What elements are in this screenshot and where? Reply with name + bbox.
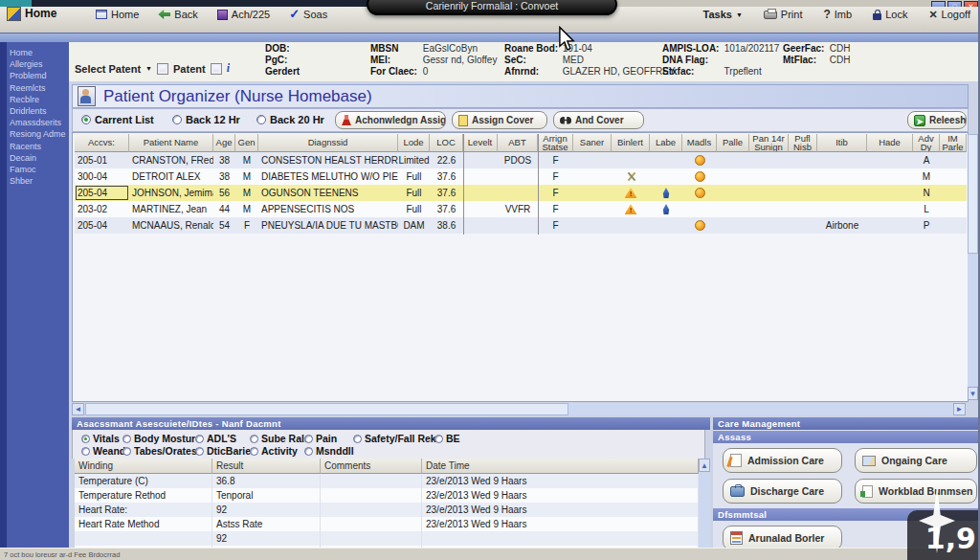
sidebar-item-recblre[interactable]: Recblre (0, 94, 69, 105)
vitals-column-result[interactable]: Result (212, 459, 321, 474)
vitals-row[interactable]: Heart Rate MethodAstss Rate23/e/2013 Wed… (75, 517, 699, 531)
toolbar-print-button[interactable]: Print (764, 9, 803, 20)
sidebar-item-reemlcts[interactable]: Reemlcts (0, 82, 69, 94)
column-header-pan-14r-sunign[interactable]: Pan 14r Sunign (749, 134, 789, 152)
sidebar-item-home[interactable]: Home (0, 47, 69, 58)
table-row[interactable]: 300-04DETROIT ALEX38MDIABETES MELUTHO W/… (75, 168, 967, 185)
vitals-column-comments[interactable]: Comments (321, 459, 422, 474)
grid-hscroll-thumb[interactable] (85, 403, 568, 415)
column-header-age[interactable]: Age (213, 134, 235, 152)
toolbar-imb-button[interactable]: ?Imb (823, 8, 852, 21)
column-header-levelt[interactable]: Levelt (463, 134, 498, 152)
discharge-care-button[interactable]: Discharge Care (723, 479, 842, 504)
toolbar-home-button[interactable]: Home (96, 9, 139, 20)
column-header-arrign-statse[interactable]: Arrign Statse (538, 134, 573, 152)
column-header-adv-dy[interactable]: Adv Dy (913, 134, 940, 152)
workblad-bunmsen-button[interactable]: Workblad Bunmsen (855, 479, 977, 504)
assign-cover-button[interactable]: Assign Cover (452, 111, 547, 129)
assessment-radio-pain[interactable]: Pain (304, 433, 337, 444)
radio-icon[interactable] (81, 115, 91, 124)
column-header-accvs[interactable]: Accvs: (75, 134, 129, 152)
scroll-up-arrow-icon[interactable]: ▲ (699, 459, 710, 472)
sidebar-item-problemd[interactable]: Problemd (0, 70, 69, 81)
sidebar-item-dridrlents[interactable]: Dridrlents (0, 105, 69, 117)
assessment-radio-be[interactable]: BE (434, 433, 460, 444)
scroll-left-arrow-icon[interactable]: ◄ (72, 403, 84, 415)
column-header-im-parle[interactable]: IM Parle (940, 134, 967, 152)
patient-button[interactable]: Patent (173, 63, 206, 75)
vitals-row[interactable]: 92 (75, 531, 699, 546)
sidebar-item-shber[interactable]: Shber (0, 175, 69, 187)
column-header-abt[interactable]: ABT (498, 134, 538, 152)
vitals-row[interactable]: Heart Rate:9223/e/2013 Wed 9 Haars (75, 503, 699, 517)
sidebar-item-famoc[interactable]: Famoc (0, 164, 69, 175)
radio-icon[interactable] (304, 435, 313, 443)
toolbar-soas-button[interactable]: ✓Soas (289, 9, 327, 20)
assessment-radio-weand[interactable]: Weand (81, 445, 125, 457)
assessment-radio-adl-s[interactable]: ADL'S (195, 433, 236, 444)
column-header-madls[interactable]: Madls (682, 134, 717, 152)
radio-icon[interactable] (195, 447, 204, 456)
patient-chart-icon[interactable] (211, 63, 222, 75)
assessment-radio-dticbaries[interactable]: DticBaries (195, 445, 256, 457)
table-row[interactable]: 205-04JOHNSON, Jemimah56MOGUNSON TEENENS… (75, 185, 967, 201)
vitals-column-winding[interactable]: Winding (75, 459, 212, 474)
radio-icon[interactable] (122, 447, 131, 456)
radio-icon[interactable] (434, 435, 443, 443)
radio-icon[interactable] (81, 447, 90, 456)
list-filter-radio-carrent-list[interactable]: Carrent List (81, 114, 154, 125)
table-row[interactable]: 205-01CRANSTON, FRed38MCONSESTON HEALST … (75, 152, 967, 168)
radio-icon[interactable] (195, 435, 204, 443)
toolbar-logoff-button[interactable]: ✕Logoff (928, 9, 970, 21)
sidebar-item-amassdserits[interactable]: Amassdserits (0, 117, 69, 128)
assessment-radio-activity[interactable]: Activity (250, 445, 298, 457)
radio-icon[interactable] (122, 435, 131, 443)
admission-care-button[interactable]: Admission Care (723, 448, 842, 473)
scroll-right-arrow-icon[interactable]: ► (953, 403, 966, 415)
patient-list-icon[interactable] (157, 63, 168, 75)
vitals-column-date-time[interactable]: Date Time (422, 459, 699, 474)
column-header-binlert[interactable]: Binlert (612, 134, 650, 152)
radio-icon[interactable] (81, 435, 90, 443)
grid-vscroll-thumb[interactable] (968, 134, 978, 254)
column-header-labe[interactable]: Labe (650, 134, 682, 152)
radio-icon[interactable] (256, 115, 266, 124)
column-header-saner[interactable]: Saner (573, 134, 612, 152)
radio-icon[interactable] (250, 435, 258, 443)
radio-icon[interactable] (353, 435, 362, 443)
radio-icon[interactable] (250, 447, 258, 456)
assessment-radio-sube-rals[interactable]: Sube Rals (250, 433, 310, 444)
sidebar-item-resiong-adme[interactable]: Resiong Adme (0, 128, 69, 140)
table-row[interactable]: 205-04MCNAAUS, Renalo54FPNEUYSLA/IA DUE … (75, 217, 967, 234)
toolbar-tasks-button[interactable]: Tasks▼ (703, 9, 743, 20)
column-header-diagnssid[interactable]: Diagnssid (258, 134, 398, 152)
column-header-gen[interactable]: Gen (235, 134, 258, 152)
toolbar-lock-button[interactable]: Lock (873, 9, 907, 20)
select-patient-dropdown[interactable]: Select Patent ▼ Patent i (75, 61, 230, 76)
sidebar-item-allergies[interactable]: Allergies (0, 58, 69, 70)
sidebar-item-decain[interactable]: Decain (0, 152, 69, 164)
column-header-lode[interactable]: Lode (398, 134, 430, 152)
toolbar-ach-225-button[interactable]: Ach/225 (217, 9, 270, 20)
vitals-row[interactable]: Temperature (C)36.823/e/2013 Wed 9 Haars (75, 474, 699, 488)
column-header-hade[interactable]: Hade (867, 134, 913, 152)
column-header-patient-name[interactable]: Patient Name (129, 134, 213, 152)
table-row[interactable]: 203-02MARTINEZ, Jean44MAPPENSECITIS NOSF… (75, 201, 967, 217)
assessment-radio-tabes-orates[interactable]: Tabes/Orates (122, 445, 197, 457)
and-cover-button[interactable]: And Cover (553, 111, 644, 129)
assessment-radio-msnddll[interactable]: Msnddll (304, 445, 354, 457)
achonwledgn-assigo-button[interactable]: Achonwledgn Assigo (335, 111, 446, 129)
info-icon[interactable]: i (227, 61, 230, 76)
radio-icon[interactable] (172, 115, 182, 124)
radio-icon[interactable] (304, 447, 313, 456)
vitals-row[interactable]: Temperature RethodTenporal23/e/2013 Wed … (75, 488, 699, 503)
assessment-radio-vitals[interactable]: Vitals (81, 433, 120, 444)
list-filter-radio-back-20-hr[interactable]: Back 20 Hr (256, 114, 324, 125)
refresh-button[interactable]: ➤Releesh (907, 111, 967, 129)
scroll-down-arrow-icon[interactable]: ▼ (968, 387, 978, 400)
list-filter-radio-back-12-hr[interactable]: Back 12 Hr (172, 114, 240, 125)
assessment-radio-body-mosture[interactable]: Body Mosture (122, 433, 201, 444)
ongaing-care-button[interactable]: Ongaing Care (855, 448, 977, 473)
sidebar-item-racents[interactable]: Racents (0, 141, 69, 152)
column-header-pufl-nisb[interactable]: Pufl Nisb (789, 134, 817, 152)
